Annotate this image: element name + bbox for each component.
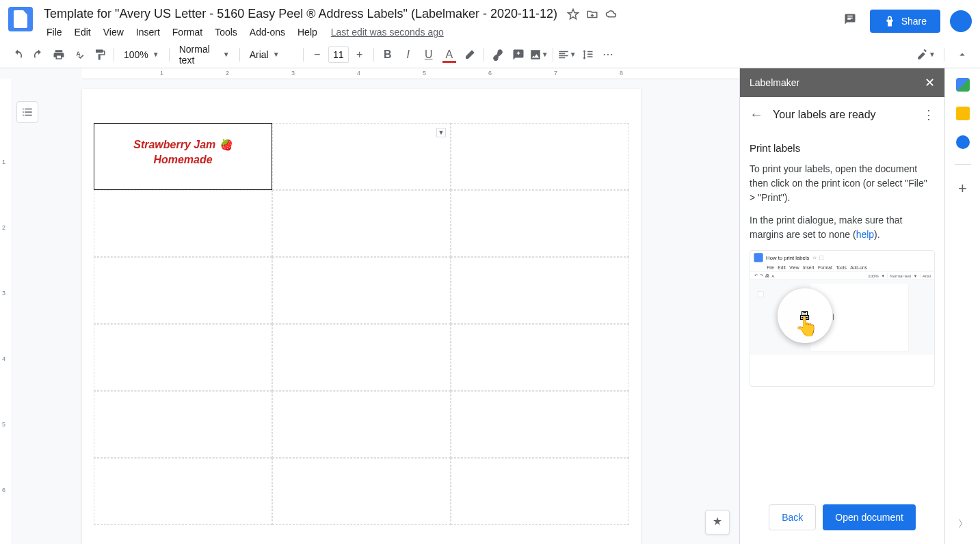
- ruler-tick: 4: [357, 70, 360, 77]
- line-spacing-icon[interactable]: [578, 45, 597, 64]
- toolbar-separator: [944, 48, 944, 62]
- redo-icon[interactable]: [29, 45, 48, 64]
- align-icon[interactable]: ▼: [557, 45, 577, 64]
- labelmaker-sidebar: Labelmaker ✕ ← Your labels are ready ⋮ P…: [739, 68, 944, 544]
- user-avatar[interactable]: [950, 10, 972, 32]
- font-size-input[interactable]: [328, 46, 349, 63]
- label-cell[interactable]: [451, 324, 629, 391]
- cell-options-icon[interactable]: ▼: [436, 128, 446, 137]
- add-addon-icon[interactable]: +: [958, 180, 967, 198]
- paint-format-icon[interactable]: [90, 45, 109, 64]
- label-cell[interactable]: [94, 324, 272, 391]
- underline-icon[interactable]: U: [419, 45, 438, 64]
- decrease-font-icon[interactable]: −: [308, 45, 327, 64]
- document-title[interactable]: Template for "Avery US Letter - 5160 Eas…: [41, 5, 560, 23]
- share-label: Share: [901, 16, 927, 27]
- label-cell[interactable]: [272, 391, 451, 458]
- collapse-panel-icon[interactable]: 〉: [958, 518, 968, 530]
- more-vert-icon[interactable]: ⋮: [923, 107, 935, 122]
- menu-file[interactable]: File: [41, 24, 68, 40]
- comment-add-icon[interactable]: [509, 45, 528, 64]
- paragraph-style-select[interactable]: Normal text▼: [174, 41, 235, 68]
- label-cell[interactable]: [451, 123, 629, 190]
- menu-edit[interactable]: Edit: [69, 24, 96, 40]
- back-button[interactable]: Back: [769, 504, 816, 530]
- keep-icon[interactable]: [956, 107, 970, 120]
- label-cell[interactable]: [451, 391, 629, 458]
- ruler-tick: 6: [488, 70, 492, 77]
- open-document-button[interactable]: Open document: [823, 504, 916, 530]
- menu-insert[interactable]: Insert: [131, 24, 165, 40]
- comments-icon[interactable]: [844, 13, 860, 29]
- spellcheck-icon[interactable]: [70, 45, 89, 64]
- move-icon[interactable]: [586, 8, 598, 21]
- label-cell[interactable]: [272, 190, 451, 257]
- more-icon[interactable]: ⋯: [598, 45, 618, 64]
- label-cell[interactable]: [272, 458, 451, 525]
- label-cell[interactable]: [94, 458, 272, 525]
- vertical-ruler[interactable]: 1 2 3 4 5 6: [0, 79, 11, 544]
- header-right: Share: [844, 10, 972, 33]
- label-cell[interactable]: [94, 257, 272, 324]
- label-cell-active[interactable]: Strawberry Jam 🍓 Homemade: [94, 123, 272, 190]
- link-icon[interactable]: [488, 45, 507, 64]
- sidebar-subheader: ← Your labels are ready ⋮: [740, 97, 944, 133]
- close-icon[interactable]: ✕: [925, 75, 935, 90]
- toolbar-separator: [484, 48, 484, 62]
- print-preview-image: How to print labels ☆ ⬚ File Edit View I…: [750, 250, 935, 387]
- undo-icon[interactable]: [8, 45, 27, 64]
- label-cell[interactable]: [94, 190, 272, 257]
- chevron-down-icon: ▼: [223, 51, 230, 58]
- print-icon[interactable]: [49, 45, 68, 64]
- share-button[interactable]: Share: [870, 10, 940, 33]
- menu-help[interactable]: Help: [292, 24, 323, 40]
- collapse-toolbar-icon[interactable]: [953, 45, 972, 64]
- sidebar-header: Labelmaker ✕: [740, 68, 944, 97]
- font-select[interactable]: Arial▼: [244, 46, 299, 63]
- menu-bar: File Edit View Insert Format Tools Add-o…: [41, 24, 844, 40]
- label-cell[interactable]: [94, 391, 272, 458]
- label-grid: Strawberry Jam 🍓 Homemade ▼: [82, 89, 641, 544]
- toolbar-separator: [553, 48, 553, 62]
- label-cell[interactable]: [272, 257, 451, 324]
- menu-tools[interactable]: Tools: [209, 24, 243, 40]
- explore-button[interactable]: [705, 510, 730, 534]
- header-center: Template for "Avery US Letter - 5160 Eas…: [41, 5, 844, 40]
- menu-addons[interactable]: Add-ons: [244, 24, 291, 40]
- label-cell[interactable]: ▼: [272, 123, 451, 190]
- label-content[interactable]: Strawberry Jam 🍓 Homemade: [94, 124, 272, 182]
- label-cell[interactable]: [272, 324, 451, 391]
- menu-view[interactable]: View: [98, 24, 129, 40]
- cloud-status-icon[interactable]: [605, 8, 618, 21]
- star-icon[interactable]: [567, 8, 579, 21]
- ruler-tick: 5: [2, 421, 5, 428]
- tasks-icon[interactable]: [956, 135, 970, 149]
- horizontal-ruler[interactable]: 1 2 3 4 5 6 7 8: [82, 68, 739, 79]
- last-edit-status[interactable]: Last edit was seconds ago: [331, 27, 444, 38]
- text-color-icon[interactable]: A: [440, 45, 459, 64]
- back-arrow-icon[interactable]: ←: [750, 107, 763, 122]
- label-cell[interactable]: [451, 190, 629, 257]
- image-insert-icon[interactable]: ▼: [529, 45, 548, 64]
- editing-mode-icon[interactable]: ▼: [916, 45, 936, 64]
- toolbar-separator: [373, 48, 374, 62]
- highlight-icon[interactable]: [460, 45, 479, 64]
- bold-icon[interactable]: B: [378, 45, 397, 64]
- side-panel: + 〉: [944, 68, 980, 544]
- docs-home-icon[interactable]: [8, 7, 33, 31]
- document-page[interactable]: Strawberry Jam 🍓 Homemade ▼: [82, 89, 641, 544]
- docs-icon: [754, 253, 763, 262]
- toolbar-separator: [114, 48, 114, 62]
- document-canvas[interactable]: 1 2 3 4 5 6 7 8 1 2 3 4 5 6 Strawberry J…: [0, 68, 739, 544]
- outline-toggle-icon[interactable]: [16, 101, 38, 123]
- label-cell[interactable]: [451, 257, 629, 324]
- zoom-select[interactable]: 100%▼: [118, 46, 165, 63]
- label-cell[interactable]: [451, 458, 629, 525]
- calendar-icon[interactable]: [956, 78, 970, 92]
- menu-format[interactable]: Format: [167, 24, 208, 40]
- help-link[interactable]: help: [856, 229, 874, 240]
- ruler-tick: 3: [2, 290, 5, 297]
- italic-icon[interactable]: I: [399, 45, 418, 64]
- toolbar: 100%▼ Normal text▼ Arial▼ − + B I U A ▼ …: [0, 41, 980, 68]
- increase-font-icon[interactable]: +: [350, 45, 369, 64]
